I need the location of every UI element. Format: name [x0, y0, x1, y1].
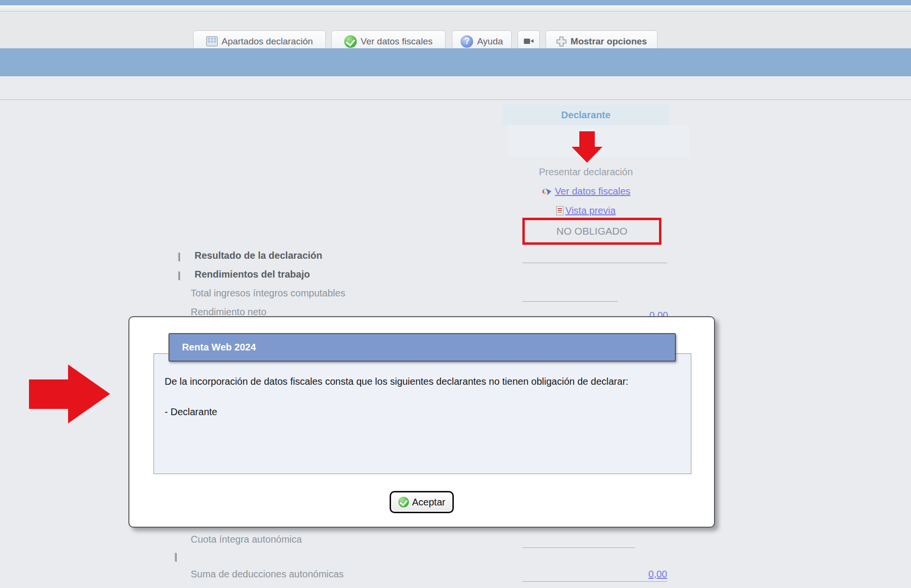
field-underline: [522, 547, 635, 548]
row-suma-deducciones: Suma de deducciones autonómicas: [191, 569, 344, 580]
vista-previa-link[interactable]: Vista previa: [565, 205, 616, 216]
row-total-ingresos: Total ingresos íntegros computables: [191, 288, 345, 299]
red-down-arrow: [579, 131, 595, 147]
form-sections-icon: [206, 36, 218, 46]
section-row-resultado: Resultado de la declaración: [195, 250, 322, 261]
no-obligado-status-box: NO OBLIGADO: [522, 218, 661, 245]
printer-icon[interactable]: [178, 253, 188, 260]
presentar-declaracion-label: Presentar declaración: [502, 167, 670, 178]
ayuda-label: Ayuda: [477, 36, 503, 47]
field-underline: [522, 301, 618, 302]
aceptar-label: Aceptar: [412, 497, 446, 508]
dialog-list-item: - Declarante: [165, 406, 681, 418]
red-right-arrow: [29, 379, 69, 409]
dialog-message: De la incorporación de datos fiscales co…: [165, 376, 681, 387]
blue-band: [0, 48, 911, 76]
declarante-column-header: Declarante: [502, 105, 670, 125]
field-underline: [522, 581, 667, 582]
aceptar-button[interactable]: Aceptar: [390, 491, 454, 513]
help-icon: ?: [461, 35, 473, 48]
vista-previa-link-row: Vista previa: [502, 205, 670, 216]
field-underline: [522, 263, 667, 263]
ver-datos-fiscales-label: Ver datos fiscales: [361, 36, 433, 47]
plus-icon: [556, 36, 567, 47]
ver-datos-fiscales-link-row: Ver datos fiscales: [502, 186, 670, 197]
apartados-declaracion-label: Apartados declaración: [222, 36, 313, 47]
red-right-arrow-head: [68, 364, 110, 423]
section-row-rendimientos: Rendimientos del trabajo: [195, 269, 310, 280]
vista-previa-pdf-icon: [556, 206, 563, 215]
suma-deducciones-value-link[interactable]: 0,00: [619, 569, 667, 580]
clipped-value-link[interactable]: 0,00: [624, 310, 668, 316]
dialog-title-bar: Renta Web 2024: [168, 333, 676, 362]
green-check-icon: [344, 35, 357, 48]
mostrar-opciones-label: Mostrar opciones: [571, 36, 647, 47]
datos-fiscales-icon: [541, 186, 553, 197]
no-obligado-label: NO OBLIGADO: [556, 225, 627, 237]
top-blue-bar: [0, 0, 911, 5]
row-cuota-integra: Cuota íntegra autonómica: [191, 534, 302, 545]
ver-datos-fiscales-link[interactable]: Ver datos fiscales: [555, 186, 631, 197]
top-strip: [0, 5, 911, 12]
declarante-header-label: Declarante: [561, 110, 610, 121]
red-down-arrow-head: [572, 147, 603, 163]
printer-icon[interactable]: [175, 553, 184, 560]
dialog-title: Renta Web 2024: [182, 342, 256, 353]
aceptar-check-icon: [398, 497, 409, 507]
video-camera-icon: [524, 38, 533, 44]
toolbar: Apartados declaración Ver datos fiscales…: [0, 12, 911, 48]
renta-web-dialog: Renta Web 2024 De la incorporación de da…: [128, 316, 715, 528]
content-divider: [0, 99, 911, 100]
printer-icon[interactable]: [178, 272, 188, 279]
dialog-message-panel: De la incorporación de datos fiscales co…: [154, 353, 691, 474]
